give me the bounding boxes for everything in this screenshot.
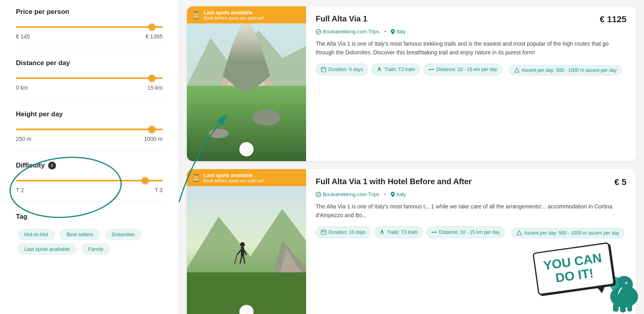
- distance-range-values: 0 km 15 km: [16, 85, 163, 91]
- calendar-icon-1: [321, 67, 326, 72]
- card-1-location: Italy: [391, 29, 406, 35]
- card-2-header: Full Alta Via 1 with Hotel Before and Af…: [316, 177, 627, 187]
- main-content: ⏳ Last spots available Book before spots…: [179, 0, 644, 314]
- price-filter-label: Price per person: [16, 8, 163, 16]
- difficulty-filter: Difficulty i T 2 T 3: [16, 162, 163, 202]
- distance-min: 0 km: [16, 85, 28, 91]
- card-2-tag-distance: Distance: 10 - 15 km per day: [426, 226, 505, 238]
- height-range-values: 250 m 1000 m: [16, 136, 163, 142]
- card-2-tag-ascent: Ascent per day: 500 - 1000 m ascent per …: [511, 228, 624, 238]
- card-2[interactable]: ⏳ Last spots available Book before spots…: [187, 169, 636, 314]
- ascent-icon-2: [516, 230, 522, 236]
- difficulty-info-icon[interactable]: i: [48, 162, 56, 170]
- height-filter: Height per day 250 m 1000 m: [16, 110, 163, 150]
- distance-filter: Distance per day 0 km 15 km: [16, 59, 163, 99]
- card-2-badge-text: Last spots available: [204, 172, 253, 178]
- card-2-location: Italy: [391, 191, 406, 197]
- card-2-photo: [187, 169, 306, 314]
- distance-filter-label: Distance per day: [16, 59, 163, 67]
- height-range-slider[interactable]: [16, 125, 163, 132]
- card-1-tags: Duration: 8 days Trails: T3 trails Dista…: [316, 64, 627, 75]
- provider-icon-2: [316, 192, 321, 197]
- svg-point-27: [240, 242, 245, 247]
- distance-label-text: Distance per day: [16, 59, 70, 67]
- circle-annotation: [4, 148, 131, 219]
- card-1[interactable]: ⏳ Last spots available Book before spots…: [187, 6, 636, 161]
- svg-rect-54: [620, 304, 626, 312]
- card-2-tags: Duration: 10 days Trails: T3 trails Dist…: [316, 226, 627, 238]
- hiker-icon-2: [379, 229, 385, 235]
- card-2-tag-duration: Duration: 10 days: [316, 226, 371, 238]
- card-2-price: € 5: [614, 177, 627, 187]
- tag-label-text: Tag: [16, 213, 27, 221]
- svg-line-42: [383, 233, 383, 235]
- card-1-header: Full Alta Via 1 € 1125: [316, 14, 627, 25]
- card-1-image: ⏳ Last spots available Book before spots…: [187, 6, 306, 161]
- provider-icon-1: [316, 29, 321, 35]
- difficulty-range-input[interactable]: [16, 180, 163, 181]
- card-2-badge-sub: Book before spots are sold out!: [204, 178, 264, 183]
- svg-rect-55: [627, 304, 632, 312]
- distance-range-slider[interactable]: [16, 73, 163, 81]
- card-2-badge: ⏳ Last spots available Book before spots…: [187, 169, 306, 186]
- tag-chip-hut[interactable]: Hut-to-Hut: [17, 229, 55, 240]
- svg-line-16: [378, 70, 378, 72]
- card-1-body: Full Alta Via 1 € 1125 Bookatrekking.com…: [306, 6, 636, 161]
- location-icon-2: [391, 192, 395, 197]
- card-2-image: ⏳ Last spots available Book before spots…: [187, 169, 306, 314]
- tag-chip-bestsellers[interactable]: Best sellers: [60, 229, 100, 240]
- difficulty-range-slider[interactable]: [16, 176, 163, 183]
- tag-chip-dolomites[interactable]: Dolomites: [105, 229, 142, 240]
- hourglass-icon-1: ⏳: [192, 11, 200, 19]
- height-range-input[interactable]: [16, 129, 163, 130]
- card-1-badge: ⏳ Last spots available Book before spots…: [187, 6, 306, 23]
- tag-chip-lastspots[interactable]: Last spots available: [17, 243, 76, 255]
- svg-point-52: [627, 283, 628, 284]
- mountain-svg-2: [187, 169, 306, 314]
- card-1-favorite-button[interactable]: ♡: [239, 142, 254, 156]
- svg-rect-53: [613, 304, 619, 312]
- distance-range-input[interactable]: [16, 77, 163, 79]
- distance-icon-1: [429, 67, 434, 72]
- price-range-values: € 145 € 1355: [16, 33, 163, 40]
- svg-point-10: [392, 30, 394, 32]
- card-2-meta: Bookatrekking.com Trips • Italy: [316, 191, 627, 197]
- tag-chip-family[interactable]: Family: [81, 243, 110, 255]
- difficulty-range-values: T 2 T 3: [16, 187, 163, 193]
- difficulty-max: T 3: [155, 187, 163, 193]
- sidebar: Price per person € 145 € 1355 Distance p…: [0, 0, 179, 314]
- card-1-price: € 1125: [600, 14, 627, 25]
- height-min: 250 m: [16, 136, 31, 142]
- difficulty-min: T 2: [16, 187, 24, 193]
- bubble-tail: [596, 285, 607, 294]
- card-1-tag-trails: Trails: T3 trails: [371, 64, 420, 75]
- card-1-photo: [187, 6, 306, 161]
- svg-marker-46: [517, 231, 522, 235]
- card-1-provider: Bookatrekking.com Trips: [316, 29, 379, 35]
- ascent-icon-1: [514, 67, 520, 73]
- price-label-text: Price per person: [16, 8, 69, 16]
- svg-line-41: [380, 233, 381, 235]
- card-1-badge-sub: Book before spots are sold out!: [204, 15, 264, 20]
- difficulty-label-text: Difficulty: [16, 162, 45, 170]
- svg-marker-21: [514, 68, 519, 72]
- card-1-meta: Bookatrekking.com Trips • Italy: [316, 29, 627, 35]
- tag-filter-label: Tag: [16, 213, 163, 221]
- svg-point-8: [209, 129, 229, 138]
- card-1-description: The Alta Via 1 is one of Italy's most fa…: [316, 39, 627, 57]
- svg-line-17: [380, 70, 380, 72]
- difficulty-filter-label: Difficulty i: [16, 162, 163, 170]
- price-min: € 145: [16, 33, 30, 40]
- price-range-input[interactable]: [16, 26, 163, 28]
- svg-rect-11: [321, 67, 326, 72]
- location-icon-1: [391, 29, 395, 35]
- card-1-tag-ascent: Ascent per day: 500 - 1000 m ascent per …: [509, 65, 622, 75]
- card-2-title: Full Alta Via 1 with Hotel Before and Af…: [316, 177, 472, 186]
- price-range-slider[interactable]: [16, 22, 163, 29]
- height-filter-label: Height per day: [16, 110, 163, 118]
- svg-point-40: [382, 229, 383, 231]
- card-1-tag-distance: Distance: 10 - 15 km per day: [423, 64, 502, 75]
- card-2-tag-trails: Trails: T3 trails: [374, 226, 423, 238]
- mountain-svg-1: [187, 6, 306, 161]
- card-1-title: Full Alta Via 1: [316, 14, 367, 23]
